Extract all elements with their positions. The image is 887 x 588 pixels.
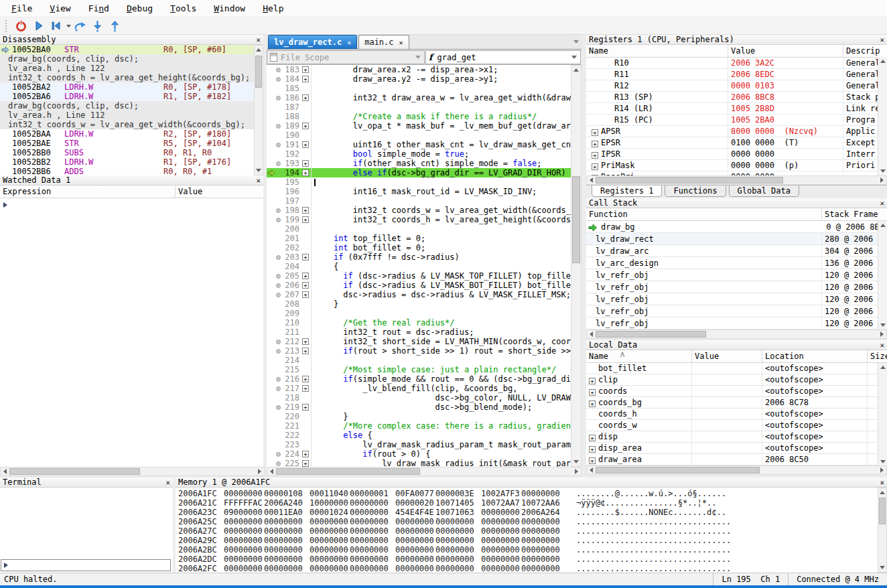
scroll-up-icon[interactable] — [878, 488, 886, 497]
code-editor[interactable]: 183+ draw_area.x2 -= disp_area->x1;184+ … — [267, 65, 571, 467]
fold-plus-icon[interactable]: + — [302, 460, 309, 467]
expand-icon[interactable]: + — [589, 446, 596, 453]
menu-tools[interactable]: Tools — [161, 1, 205, 15]
fold-gutter[interactable]: + — [299, 93, 311, 102]
fold-gutter[interactable]: + — [299, 374, 311, 384]
code-text[interactable]: else if(dsc->bg_grad_dir == LV_GRAD_DIR_… — [311, 168, 571, 177]
breakpoint-gutter[interactable] — [275, 234, 281, 243]
editor-line[interactable]: 183+ draw_area.x2 -= disp_area->x1; — [267, 65, 571, 74]
column-description[interactable]: Descrip — [843, 45, 887, 57]
code-text[interactable]: if (dsc->radius & LV_MASK_BOT_FILLET) bo… — [311, 281, 571, 290]
breakpoint-gutter[interactable] — [275, 84, 281, 93]
power-icon[interactable] — [13, 19, 29, 33]
panel-tab-global-data[interactable]: Global Data — [729, 186, 799, 197]
local-data-vertical-scrollbar[interactable] — [878, 363, 887, 466]
register-row[interactable]: +IPSR0000 0000Interr — [586, 149, 887, 160]
fold-gutter[interactable] — [299, 102, 311, 112]
scroll-left-icon[interactable] — [587, 176, 596, 184]
local-data-row[interactable]: bot_fillet<outofscope> — [586, 363, 887, 374]
fold-gutter[interactable]: + — [299, 271, 311, 281]
close-icon[interactable]: ✕ — [256, 175, 261, 186]
expand-icon[interactable]: + — [592, 129, 598, 136]
menu-debug[interactable]: Debug — [118, 1, 161, 15]
expand-icon[interactable]: + — [592, 163, 598, 170]
code-text[interactable] — [311, 102, 571, 112]
editor-line[interactable]: 210 /*Get the real radius*/ — [267, 318, 571, 327]
editor-line[interactable]: 221 /*More complex case: there is a radi… — [267, 421, 571, 431]
register-row[interactable]: R14 (LR)1005 2B8DLink re — [586, 103, 887, 115]
register-row[interactable]: R13 (SP)2006 8BC8Stack p — [586, 92, 887, 103]
disasm-source-line[interactable]: lv_area.h , Line 112 — [0, 111, 254, 120]
registers-horizontal-scrollbar[interactable] — [586, 175, 887, 185]
code-text[interactable]: int32_t short_side = LV_MATH_MIN(coords_… — [311, 337, 571, 346]
scrollbar-thumb[interactable] — [572, 176, 580, 263]
disasm-instruction-line[interactable]: 10052BB0SUBSR0, R1, R0 — [0, 148, 254, 157]
scrollbar-thumb[interactable] — [879, 498, 886, 524]
scrollbar-thumb[interactable] — [596, 467, 760, 473]
code-text[interactable]: uint16_t other_mask_cnt = lv_draw_mask_g… — [311, 140, 571, 149]
column-stack-frame[interactable]: Stack Frame — [822, 208, 887, 220]
step-into-icon[interactable] — [89, 19, 105, 33]
code-text[interactable]: /*More complex case: there is a radius, … — [311, 421, 571, 431]
memory-row[interactable]: 2006A2FC00000000000000000000000000000000… — [178, 564, 875, 573]
expand-icon[interactable]: + — [589, 435, 596, 441]
disasm-source-line[interactable]: lv_area.h , Line 122 — [0, 64, 254, 73]
fold-plus-icon[interactable]: + — [302, 376, 309, 382]
code-text[interactable]: draw_area.x2 -= disp_area->x1; — [311, 65, 571, 74]
column-value[interactable]: Value — [176, 186, 263, 198]
code-text[interactable]: /*Create a mask if there is a radius*/ — [311, 112, 571, 121]
memory-row[interactable]: 2006A27C00000000000000000000000000000000… — [178, 526, 875, 536]
scrollbar-thumb[interactable] — [596, 177, 783, 183]
code-text[interactable]: /*Most simple case: just a plain rectang… — [311, 365, 571, 374]
terminal-input[interactable] — [1, 559, 171, 571]
breakpoint-gutter[interactable] — [275, 393, 281, 402]
scroll-up-icon[interactable] — [878, 57, 887, 66]
breakpoint-gutter[interactable] — [275, 356, 281, 365]
register-row[interactable]: R112006 8EDCGeneral — [586, 69, 887, 80]
register-row[interactable]: R15 (PC)1005 2BA0Progra — [586, 115, 887, 126]
editor-line[interactable]: 186+ int32_t draw_area_w = lv_area_get_w… — [267, 93, 571, 102]
editor-line[interactable]: 187 — [267, 102, 571, 112]
fold-plus-icon[interactable]: + — [302, 216, 309, 223]
editor-line[interactable]: 185 — [267, 84, 571, 93]
close-icon[interactable]: ✕ — [880, 477, 884, 488]
fold-gutter[interactable]: + — [299, 449, 311, 459]
scroll-down-icon[interactable] — [878, 321, 887, 329]
code-text[interactable]: lv_draw_mask_radius_param_t mask_rout_pa… — [311, 440, 571, 449]
close-icon[interactable]: ✕ — [399, 39, 403, 46]
breakpoint-gutter[interactable] — [275, 243, 281, 252]
breakpoint-gutter[interactable] — [275, 318, 281, 327]
scroll-up-icon[interactable] — [878, 363, 887, 372]
fold-gutter[interactable] — [299, 196, 311, 206]
editor-line[interactable]: 194+ else if(dsc->bg_grad_dir == LV_GRAD… — [267, 168, 571, 177]
fold-gutter[interactable] — [299, 393, 311, 402]
scroll-down-icon[interactable] — [571, 457, 581, 466]
breakpoint-gutter[interactable] — [275, 281, 281, 290]
editor-line[interactable]: 184+ draw_area.y2 -= disp_area->y1; — [267, 74, 571, 84]
editor-line[interactable]: 219+ dsc->bg_blend_mode); — [267, 402, 571, 412]
code-text[interactable]: if(simple_mode && rout == 0 && (dsc->bg_… — [311, 374, 571, 384]
fold-gutter[interactable] — [299, 262, 311, 271]
scroll-up-icon[interactable] — [255, 46, 263, 54]
fold-gutter[interactable] — [299, 356, 311, 365]
scroll-right-icon[interactable] — [878, 466, 886, 474]
editor-line[interactable]: 196 int16_t mask_rout_id = LV_MASK_ID_IN… — [267, 187, 571, 196]
breakpoint-gutter[interactable] — [275, 327, 281, 337]
call-stack-vertical-scrollbar[interactable] — [878, 221, 887, 329]
panel-tab-functions[interactable]: Functions — [665, 186, 726, 197]
editor-line[interactable]: 193+ if(other_mask_cnt) simple_mode = fa… — [267, 159, 571, 168]
splitter[interactable] — [582, 35, 586, 476]
expand-icon[interactable]: + — [589, 457, 596, 464]
disasm-source-line[interactable]: int32_t coords_h = lv_area_get_height(&c… — [0, 73, 254, 82]
fold-plus-icon[interactable]: + — [302, 76, 309, 82]
call-stack-row[interactable]: lv_refr_obj120 @ 2006 8F8 — [586, 293, 887, 305]
editor-line[interactable]: 195 — [267, 177, 571, 187]
menu-find[interactable]: Find — [80, 1, 118, 15]
code-text[interactable]: int top_fillet = 0; — [311, 234, 571, 243]
editor-line[interactable]: 205+ if (dsc->radius & LV_MASK_TOP_FILLE… — [267, 271, 571, 281]
fold-plus-icon[interactable]: + — [302, 123, 309, 129]
code-text[interactable]: int32_t rout = dsc->radius; — [311, 327, 571, 337]
breakpoint-gutter[interactable] — [275, 271, 281, 281]
editor-line[interactable]: 213+ if(rout > short_side >> 1) rout = s… — [267, 346, 571, 356]
editor-line[interactable]: 206+ if (dsc->radius & LV_MASK_BOT_FILLE… — [267, 281, 571, 290]
